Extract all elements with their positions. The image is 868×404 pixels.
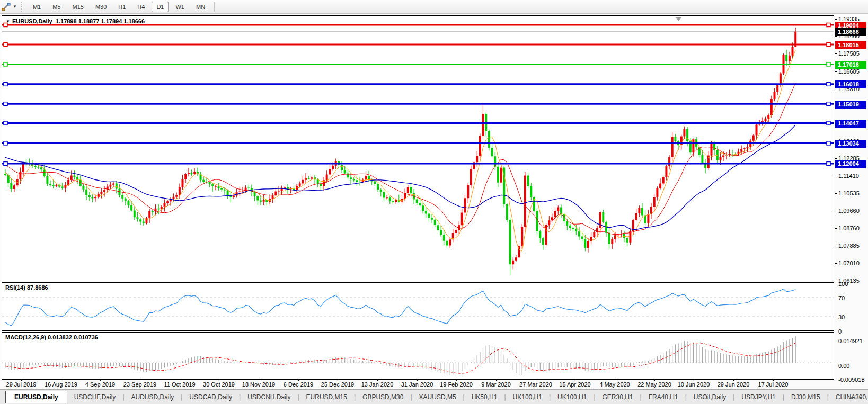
chart-collapse-caret-icon[interactable]: ▼ xyxy=(6,19,10,24)
tab-usdjpy-h1[interactable]: USDJPY,H1 xyxy=(734,391,782,403)
tab-audusd-daily[interactable]: AUDUSD,Daily xyxy=(125,391,181,403)
rsi-axis-label: 30 xyxy=(838,313,845,321)
price-tick-label: 1.09660 xyxy=(838,207,860,214)
level-handle-right xyxy=(827,141,830,145)
level-handle-right xyxy=(827,162,830,166)
toolbar-dropdown-caret-icon[interactable]: ▼ xyxy=(13,4,17,9)
resistance-price-badge: 1.18015 xyxy=(835,41,866,49)
toolbar: ▼ M1M5M15M30H1H4D1W1MN xyxy=(0,0,868,14)
price-tick-label: 1.08760 xyxy=(838,225,860,232)
rsi-axis-label: 70 xyxy=(838,294,845,302)
tab-ger30-h1[interactable]: GER30,H1 xyxy=(596,391,640,403)
ma-slow-line xyxy=(5,125,795,230)
date-label: 29 Jun 2020 xyxy=(718,381,750,388)
macd-chart[interactable] xyxy=(2,333,834,379)
tab-uk100-h1[interactable]: UK100,H1 xyxy=(506,391,549,403)
price-tick-mark xyxy=(835,53,837,54)
price-tick-label: 1.10535 xyxy=(838,190,860,197)
timeframe-button-w1[interactable]: W1 xyxy=(171,2,189,12)
tab-usdcnh-daily[interactable]: USDCNH,Daily xyxy=(241,391,297,403)
timeframe-button-mn[interactable]: MN xyxy=(191,2,210,12)
chart-shift-marker-icon xyxy=(676,17,681,21)
timeframe-button-m5[interactable]: M5 xyxy=(48,2,65,12)
level-handle-right xyxy=(827,62,830,66)
macd-axis-label: -0.009018 xyxy=(838,376,865,383)
chart-tab-bar: EURUSD,DailyUSDCHF,Daily|AUDUSD,Daily|US… xyxy=(0,389,868,404)
timeframe-button-m30[interactable]: M30 xyxy=(91,2,111,12)
price-tick-mark xyxy=(835,211,837,211)
price-tick-label: 1.17585 xyxy=(838,50,860,57)
date-label: 18 Nov 2019 xyxy=(242,381,275,388)
date-label: 29 Jul 2019 xyxy=(6,381,37,388)
timeframe-button-h4[interactable]: H4 xyxy=(132,2,149,12)
macd-signal-line xyxy=(5,343,795,374)
pivot-price-badge: 1.17016 xyxy=(835,61,866,69)
tab-fra40-h1[interactable]: FRA40,H1 xyxy=(642,391,685,403)
tab-gbpusd-m30[interactable]: GBPUSD,M30 xyxy=(356,391,410,403)
tab-eurusd-daily[interactable]: EURUSD,Daily xyxy=(5,391,67,403)
level-handle-right xyxy=(827,43,830,47)
tab-scroll-left-icon[interactable]: ◄ xyxy=(849,395,854,400)
level-handle-left xyxy=(4,62,7,66)
rsi-label: RSI(14) 87.8686 xyxy=(5,284,48,291)
price-tick-mark xyxy=(835,193,837,194)
timeframe-button-h1[interactable]: H1 xyxy=(113,2,130,12)
current-price-badge: 1.18666 xyxy=(835,28,866,36)
level-handle-right xyxy=(827,102,830,106)
tab-hk50-h1[interactable]: HK50,H1 xyxy=(465,391,504,403)
price-tick-mark xyxy=(835,19,837,20)
timeframe-button-m15[interactable]: M15 xyxy=(67,2,88,12)
macd-label: MACD(12,26,9) 0.013832 0.010736 xyxy=(5,334,98,340)
chart-title-symbol: EURUSD,Daily xyxy=(12,18,52,24)
macd-axis-label: 0.014921 xyxy=(838,337,863,345)
price-tick-label: 1.07885 xyxy=(838,242,860,249)
date-label: 19 Feb 2020 xyxy=(440,381,473,388)
tab-usoil-daily[interactable]: USOil,Daily xyxy=(687,391,733,403)
chart-workspace: ▼EURUSD,Daily 1.17898 1.18877 1.17894 1.… xyxy=(0,14,868,404)
tab-uk100-h1[interactable]: UK100,H1 xyxy=(551,391,594,403)
line-studies-icon[interactable] xyxy=(1,2,12,12)
level-handle-left xyxy=(4,162,7,166)
tab-scroll-right-icon[interactable]: ► xyxy=(859,395,864,400)
candlestick-chart[interactable] xyxy=(2,16,834,281)
date-label: 17 Jul 2020 xyxy=(758,381,789,388)
price-tick-mark xyxy=(835,228,837,229)
time-axis[interactable]: 29 Jul 201916 Aug 20194 Sep 201923 Sep 2… xyxy=(2,380,834,389)
price-tick-mark xyxy=(835,281,837,281)
price-tick-label: 1.16685 xyxy=(838,68,860,75)
tab-xauusd-m5[interactable]: XAUUSD,M5 xyxy=(412,391,463,403)
timeframe-button-m1[interactable]: M1 xyxy=(28,2,46,12)
rsi-axis-label: 0 xyxy=(838,328,842,335)
price-tick-mark xyxy=(835,89,837,89)
support-price-badge: 1.12004 xyxy=(835,160,866,168)
support-price-badge: 1.15019 xyxy=(835,101,866,109)
rsi-axis-label: 100 xyxy=(838,280,848,288)
rsi-indicator-panel[interactable]: RSI(14) 87.8686 xyxy=(2,282,834,331)
date-label: 25 Dec 2019 xyxy=(321,381,354,388)
support-price-badge: 1.16018 xyxy=(835,80,866,88)
level-handle-left xyxy=(4,82,7,86)
level-handle-right xyxy=(827,121,830,125)
toolbar-drag-handle[interactable] xyxy=(21,2,22,12)
price-axis[interactable]: 1.193351.184601.175851.166851.158101.149… xyxy=(835,15,868,380)
price-tick-mark xyxy=(835,176,837,176)
timeframe-button-d1[interactable]: D1 xyxy=(152,2,169,12)
price-tick-mark xyxy=(835,71,837,72)
price-tick-label: 1.07010 xyxy=(838,259,860,267)
tab-usdchf-daily[interactable]: USDCHF,Daily xyxy=(67,391,123,403)
support-price-badge: 1.13034 xyxy=(835,140,866,148)
main-price-panel[interactable]: ▼EURUSD,Daily 1.17898 1.18877 1.17894 1.… xyxy=(2,15,834,281)
date-label: 10 Jun 2020 xyxy=(678,381,710,388)
price-tick-mark xyxy=(835,246,837,246)
tab-usdcad-daily[interactable]: USDCAD,Daily xyxy=(182,391,239,403)
chart-title-ohlc: 1.17898 1.18877 1.17894 1.18666 xyxy=(56,18,145,24)
macd-indicator-panel[interactable]: MACD(12,26,9) 0.013832 0.010736 xyxy=(2,332,834,380)
tab-eurusd-m15[interactable]: EURUSD,M15 xyxy=(299,391,354,403)
price-tick-mark xyxy=(835,158,837,159)
rsi-chart[interactable] xyxy=(2,283,834,330)
level-handle-left xyxy=(4,102,7,106)
chart-title: ▼EURUSD,Daily 1.17898 1.18877 1.17894 1.… xyxy=(6,18,145,24)
date-label: 15 Apr 2020 xyxy=(559,381,590,388)
level-handle-right xyxy=(827,82,830,86)
tab-dj30-m15[interactable]: DJ30,M15 xyxy=(784,391,827,403)
